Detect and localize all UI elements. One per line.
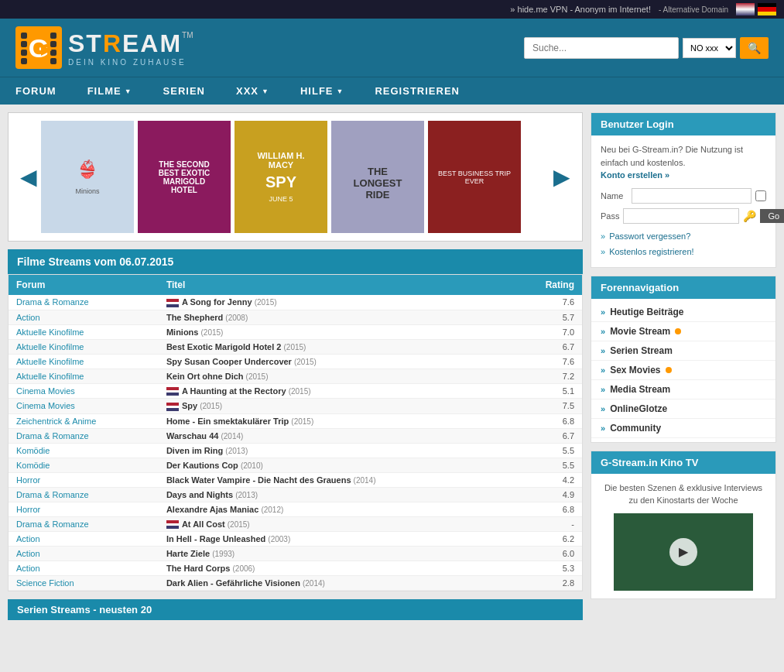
forenav-link[interactable]: » Heutige Beiträge bbox=[591, 303, 775, 322]
movie-link[interactable]: Home - Ein smektakulärer Trip bbox=[166, 417, 289, 426]
forum-cell[interactable]: Aktuelle Kinofilme bbox=[9, 369, 159, 383]
forum-cell[interactable]: Aktuelle Kinofilme bbox=[9, 354, 159, 369]
forenav-link[interactable]: » Movie Stream bbox=[591, 322, 775, 341]
domain-link[interactable]: - Alternative Domain bbox=[659, 5, 728, 14]
carousel-item[interactable]: BEST BUSINESS TRIP EVER bbox=[428, 121, 521, 233]
search-button[interactable]: 🔍 bbox=[740, 37, 769, 59]
title-cell: Spy (2015) bbox=[159, 399, 512, 414]
rating-cell: 6.7 bbox=[512, 339, 582, 354]
register-link[interactable]: Kostenlos registrieren! bbox=[601, 244, 766, 259]
name-input[interactable] bbox=[632, 188, 751, 204]
movie-carousel: ◀ 👙 Minions THE SECONDBEST EXOTICMARIGOL… bbox=[8, 112, 583, 242]
forum-cell[interactable]: Cinema Movies bbox=[9, 399, 159, 414]
table-row: HorrorAlexandre Ajas Maniac (2012)6.8 bbox=[9, 502, 582, 516]
movie-link[interactable]: Diven im Ring bbox=[166, 446, 223, 455]
title-cell: Days and Nights (2013) bbox=[159, 487, 512, 502]
forum-cell[interactable]: Horror bbox=[9, 472, 159, 487]
forum-cell[interactable]: Aktuelle Kinofilme bbox=[9, 324, 159, 339]
forum-cell[interactable]: Komödie bbox=[9, 443, 159, 458]
flag-de-icon[interactable] bbox=[758, 3, 776, 15]
movie-link[interactable]: Black Water Vampire - Die Nacht des Grau… bbox=[166, 475, 351, 485]
pass-label: Pass bbox=[601, 211, 619, 221]
play-icon[interactable]: ▶ bbox=[669, 538, 697, 566]
movie-link[interactable]: Kein Ort ohne Dich bbox=[166, 372, 244, 381]
forenav-link-label: Community bbox=[610, 423, 661, 434]
nav-serien[interactable]: SERIEN bbox=[148, 77, 221, 105]
nav-filme[interactable]: FILME ▼ bbox=[72, 77, 148, 105]
rating-cell: 6.8 bbox=[512, 502, 582, 516]
login-desc: Neu bei G-Stream.in? Die Nutzung ist ein… bbox=[601, 143, 766, 182]
movie-link[interactable]: The Shepherd bbox=[166, 313, 223, 322]
kino-tv-video-thumb[interactable]: ▶ bbox=[614, 513, 753, 591]
movie-link[interactable]: At All Cost bbox=[182, 519, 225, 529]
forenav-link[interactable]: » Community bbox=[591, 419, 775, 438]
trademark: TM bbox=[182, 31, 193, 39]
vpn-link[interactable]: » hide.me VPN - Anonym im Internet! bbox=[510, 5, 651, 14]
login-content: Neu bei G-Stream.in? Die Nutzung ist ein… bbox=[591, 135, 775, 267]
forum-cell[interactable]: Science Fiction bbox=[9, 576, 159, 591]
table-row: ActionHarte Ziele (1993)6.0 bbox=[9, 547, 582, 561]
forum-cell[interactable]: Drama & Romanze bbox=[9, 428, 159, 443]
forum-cell[interactable]: Horror bbox=[9, 502, 159, 516]
carousel-prev-button[interactable]: ◀ bbox=[16, 164, 41, 190]
flag-icon bbox=[166, 387, 179, 396]
forum-cell[interactable]: Komödie bbox=[9, 458, 159, 472]
forum-cell[interactable]: Action bbox=[9, 310, 159, 324]
movie-link[interactable]: Spy Susan Cooper Undercover bbox=[166, 357, 292, 366]
movie-link[interactable]: Warschau 44 bbox=[166, 431, 218, 441]
carousel-item[interactable]: THELONGESTRIDE bbox=[331, 121, 424, 233]
flag-us-icon[interactable] bbox=[736, 3, 755, 15]
movie-link[interactable]: Days and Nights bbox=[166, 490, 233, 499]
carousel-next-button[interactable]: ▶ bbox=[549, 164, 574, 190]
forenav-link[interactable]: » Serien Stream bbox=[591, 341, 775, 361]
movie-link[interactable]: Minions bbox=[166, 327, 199, 337]
nav-registrieren[interactable]: REGISTRIEREN bbox=[359, 77, 475, 105]
logo-text: STREAM TM DEIN KINO ZUHAUSE bbox=[68, 29, 193, 67]
forum-cell[interactable]: Action bbox=[9, 547, 159, 561]
forgot-password-link[interactable]: Passwort vergessen? bbox=[601, 228, 766, 244]
movie-link[interactable]: A Song for Jenny bbox=[182, 297, 252, 307]
movie-link[interactable]: Harte Ziele bbox=[166, 549, 210, 558]
movie-link[interactable]: Spy bbox=[182, 401, 197, 410]
movie-link[interactable]: Alexandre Ajas Maniac bbox=[166, 505, 258, 514]
forenav-link-label: Movie Stream bbox=[610, 326, 670, 337]
nav-forum[interactable]: FORUM bbox=[0, 77, 72, 105]
carousel-item[interactable]: 👙 Minions bbox=[41, 121, 134, 233]
table-row: Science FictionDark Alien - Gefährliche … bbox=[9, 576, 582, 591]
carousel-item[interactable]: WILLIAM H.MACY SPY JUNE 5 bbox=[235, 121, 327, 233]
forum-cell[interactable]: Cinema Movies bbox=[9, 383, 159, 399]
create-account-link[interactable]: Konto erstellen » bbox=[601, 170, 669, 180]
svg-rect-5 bbox=[50, 33, 56, 39]
forenav-link[interactable]: » Media Stream bbox=[591, 380, 775, 399]
forenav-link[interactable]: » Sex Movies bbox=[591, 361, 775, 380]
forum-cell[interactable]: Aktuelle Kinofilme bbox=[9, 339, 159, 354]
forum-cell[interactable]: Zeichentrick & Anime bbox=[9, 413, 159, 428]
forum-cell[interactable]: Action bbox=[9, 532, 159, 547]
rating-cell: 7.5 bbox=[512, 399, 582, 414]
nav-xxx[interactable]: XXX ▼ bbox=[221, 77, 285, 105]
search-filter-select[interactable]: NO xxx bbox=[683, 38, 736, 58]
rating-cell: 7.2 bbox=[512, 369, 582, 383]
movie-link[interactable]: In Hell - Rage Unleashed bbox=[166, 534, 265, 543]
pass-input[interactable] bbox=[623, 208, 739, 224]
go-button[interactable]: Go bbox=[760, 209, 784, 223]
forum-cell[interactable]: Drama & Romanze bbox=[9, 295, 159, 310]
carousel-item[interactable]: THE SECONDBEST EXOTICMARIGOLDHOTEL bbox=[138, 121, 231, 233]
logo-stream-text: STREAM bbox=[68, 29, 182, 58]
movie-link[interactable]: Dark Alien - Gefährliche Visionen bbox=[166, 578, 300, 588]
movie-link[interactable]: Der Kautions Cop bbox=[166, 461, 238, 470]
remember-checkbox[interactable] bbox=[755, 190, 766, 201]
logo[interactable]: G STREAM TM DEIN KINO ZUHAUSE bbox=[15, 26, 193, 69]
movie-link[interactable]: Best Exotic Marigold Hotel 2 bbox=[166, 342, 282, 351]
forum-cell[interactable]: Action bbox=[9, 561, 159, 576]
title-cell: Best Exotic Marigold Hotel 2 (2015) bbox=[159, 339, 512, 354]
forum-cell[interactable]: Drama & Romanze bbox=[9, 516, 159, 532]
search-input[interactable] bbox=[524, 37, 679, 59]
forum-cell[interactable]: Drama & Romanze bbox=[9, 487, 159, 502]
movie-link[interactable]: A Haunting at the Rectory bbox=[182, 386, 286, 396]
xxx-arrow-icon: ▼ bbox=[262, 87, 269, 95]
forenav-link[interactable]: » OnlineGlotze bbox=[591, 399, 775, 419]
main-nav: FORUM FILME ▼ SERIEN XXX ▼ HILFE ▼ REGIS… bbox=[0, 77, 784, 105]
movie-link[interactable]: The Hard Corps bbox=[166, 564, 231, 573]
nav-hilfe[interactable]: HILFE ▼ bbox=[285, 77, 359, 105]
